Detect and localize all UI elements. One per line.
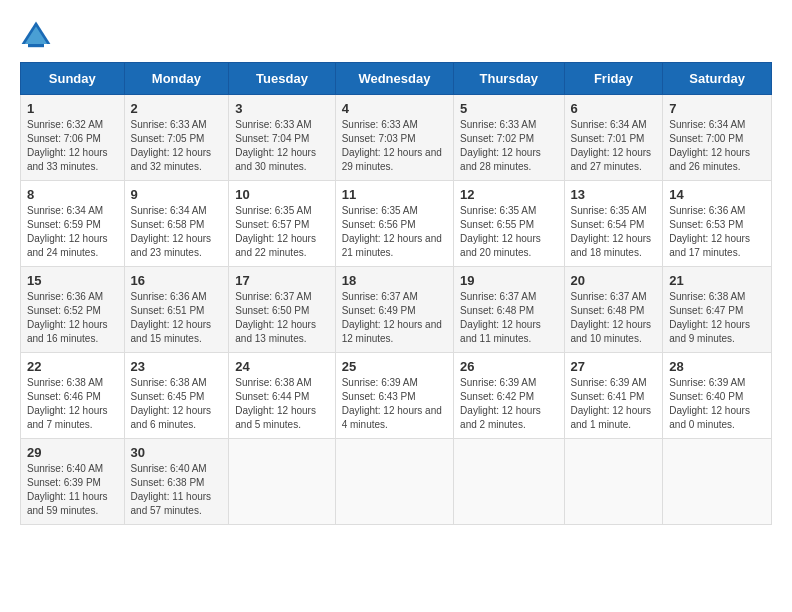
calendar-cell: 15 Sunrise: 6:36 AM Sunset: 6:52 PM Dayl… bbox=[21, 267, 125, 353]
calendar-cell: 17 Sunrise: 6:37 AM Sunset: 6:50 PM Dayl… bbox=[229, 267, 335, 353]
sunset-text: Sunset: 7:06 PM bbox=[27, 133, 101, 144]
sunrise-text: Sunrise: 6:34 AM bbox=[131, 205, 207, 216]
day-info: Sunrise: 6:38 AM Sunset: 6:44 PM Dayligh… bbox=[235, 376, 328, 432]
day-number: 23 bbox=[131, 359, 223, 374]
sunset-text: Sunset: 7:01 PM bbox=[571, 133, 645, 144]
sunset-text: Sunset: 6:49 PM bbox=[342, 305, 416, 316]
col-monday: Monday bbox=[124, 63, 229, 95]
sunrise-text: Sunrise: 6:40 AM bbox=[27, 463, 103, 474]
calendar-table: Sunday Monday Tuesday Wednesday Thursday… bbox=[20, 62, 772, 525]
sunset-text: Sunset: 6:46 PM bbox=[27, 391, 101, 402]
col-thursday: Thursday bbox=[454, 63, 564, 95]
sunset-text: Sunset: 6:50 PM bbox=[235, 305, 309, 316]
day-info: Sunrise: 6:36 AM Sunset: 6:52 PM Dayligh… bbox=[27, 290, 118, 346]
calendar-cell: 3 Sunrise: 6:33 AM Sunset: 7:04 PM Dayli… bbox=[229, 95, 335, 181]
sunset-text: Sunset: 6:47 PM bbox=[669, 305, 743, 316]
sunset-text: Sunset: 6:52 PM bbox=[27, 305, 101, 316]
day-number: 12 bbox=[460, 187, 557, 202]
daylight-text: Daylight: 12 hours and 9 minutes. bbox=[669, 319, 750, 344]
calendar-cell: 29 Sunrise: 6:40 AM Sunset: 6:39 PM Dayl… bbox=[21, 439, 125, 525]
calendar-cell: 14 Sunrise: 6:36 AM Sunset: 6:53 PM Dayl… bbox=[663, 181, 772, 267]
sunrise-text: Sunrise: 6:33 AM bbox=[131, 119, 207, 130]
sunset-text: Sunset: 6:57 PM bbox=[235, 219, 309, 230]
day-info: Sunrise: 6:34 AM Sunset: 7:00 PM Dayligh… bbox=[669, 118, 765, 174]
daylight-text: Daylight: 12 hours and 11 minutes. bbox=[460, 319, 541, 344]
calendar-cell: 6 Sunrise: 6:34 AM Sunset: 7:01 PM Dayli… bbox=[564, 95, 663, 181]
calendar-cell bbox=[663, 439, 772, 525]
day-info: Sunrise: 6:37 AM Sunset: 6:49 PM Dayligh… bbox=[342, 290, 447, 346]
daylight-text: Daylight: 12 hours and 18 minutes. bbox=[571, 233, 652, 258]
calendar-cell: 5 Sunrise: 6:33 AM Sunset: 7:02 PM Dayli… bbox=[454, 95, 564, 181]
calendar-cell bbox=[229, 439, 335, 525]
daylight-text: Daylight: 12 hours and 28 minutes. bbox=[460, 147, 541, 172]
calendar-cell: 20 Sunrise: 6:37 AM Sunset: 6:48 PM Dayl… bbox=[564, 267, 663, 353]
calendar-cell: 9 Sunrise: 6:34 AM Sunset: 6:58 PM Dayli… bbox=[124, 181, 229, 267]
sunrise-text: Sunrise: 6:36 AM bbox=[669, 205, 745, 216]
sunset-text: Sunset: 6:53 PM bbox=[669, 219, 743, 230]
day-info: Sunrise: 6:39 AM Sunset: 6:43 PM Dayligh… bbox=[342, 376, 447, 432]
calendar-row: 29 Sunrise: 6:40 AM Sunset: 6:39 PM Dayl… bbox=[21, 439, 772, 525]
daylight-text: Daylight: 12 hours and 29 minutes. bbox=[342, 147, 442, 172]
day-info: Sunrise: 6:33 AM Sunset: 7:02 PM Dayligh… bbox=[460, 118, 557, 174]
col-saturday: Saturday bbox=[663, 63, 772, 95]
day-info: Sunrise: 6:38 AM Sunset: 6:47 PM Dayligh… bbox=[669, 290, 765, 346]
calendar-cell bbox=[454, 439, 564, 525]
sunrise-text: Sunrise: 6:39 AM bbox=[342, 377, 418, 388]
daylight-text: Daylight: 11 hours and 59 minutes. bbox=[27, 491, 108, 516]
daylight-text: Daylight: 12 hours and 4 minutes. bbox=[342, 405, 442, 430]
sunrise-text: Sunrise: 6:37 AM bbox=[235, 291, 311, 302]
day-number: 10 bbox=[235, 187, 328, 202]
daylight-text: Daylight: 12 hours and 7 minutes. bbox=[27, 405, 108, 430]
calendar-cell: 13 Sunrise: 6:35 AM Sunset: 6:54 PM Dayl… bbox=[564, 181, 663, 267]
calendar-cell: 7 Sunrise: 6:34 AM Sunset: 7:00 PM Dayli… bbox=[663, 95, 772, 181]
calendar-cell: 27 Sunrise: 6:39 AM Sunset: 6:41 PM Dayl… bbox=[564, 353, 663, 439]
calendar-row: 15 Sunrise: 6:36 AM Sunset: 6:52 PM Dayl… bbox=[21, 267, 772, 353]
day-info: Sunrise: 6:40 AM Sunset: 6:38 PM Dayligh… bbox=[131, 462, 223, 518]
day-number: 4 bbox=[342, 101, 447, 116]
daylight-text: Daylight: 12 hours and 10 minutes. bbox=[571, 319, 652, 344]
sunset-text: Sunset: 7:03 PM bbox=[342, 133, 416, 144]
daylight-text: Daylight: 12 hours and 23 minutes. bbox=[131, 233, 212, 258]
calendar-cell: 30 Sunrise: 6:40 AM Sunset: 6:38 PM Dayl… bbox=[124, 439, 229, 525]
daylight-text: Daylight: 11 hours and 57 minutes. bbox=[131, 491, 212, 516]
calendar-cell: 28 Sunrise: 6:39 AM Sunset: 6:40 PM Dayl… bbox=[663, 353, 772, 439]
day-info: Sunrise: 6:35 AM Sunset: 6:57 PM Dayligh… bbox=[235, 204, 328, 260]
sunset-text: Sunset: 7:00 PM bbox=[669, 133, 743, 144]
sunset-text: Sunset: 6:54 PM bbox=[571, 219, 645, 230]
calendar-cell: 22 Sunrise: 6:38 AM Sunset: 6:46 PM Dayl… bbox=[21, 353, 125, 439]
day-number: 30 bbox=[131, 445, 223, 460]
sunrise-text: Sunrise: 6:32 AM bbox=[27, 119, 103, 130]
day-info: Sunrise: 6:37 AM Sunset: 6:48 PM Dayligh… bbox=[571, 290, 657, 346]
sunset-text: Sunset: 6:45 PM bbox=[131, 391, 205, 402]
daylight-text: Daylight: 12 hours and 20 minutes. bbox=[460, 233, 541, 258]
day-number: 5 bbox=[460, 101, 557, 116]
daylight-text: Daylight: 12 hours and 27 minutes. bbox=[571, 147, 652, 172]
sunset-text: Sunset: 6:44 PM bbox=[235, 391, 309, 402]
day-number: 17 bbox=[235, 273, 328, 288]
sunrise-text: Sunrise: 6:36 AM bbox=[131, 291, 207, 302]
sunset-text: Sunset: 7:04 PM bbox=[235, 133, 309, 144]
sunset-text: Sunset: 6:43 PM bbox=[342, 391, 416, 402]
daylight-text: Daylight: 12 hours and 30 minutes. bbox=[235, 147, 316, 172]
sunset-text: Sunset: 6:41 PM bbox=[571, 391, 645, 402]
daylight-text: Daylight: 12 hours and 33 minutes. bbox=[27, 147, 108, 172]
calendar-cell: 24 Sunrise: 6:38 AM Sunset: 6:44 PM Dayl… bbox=[229, 353, 335, 439]
day-number: 27 bbox=[571, 359, 657, 374]
calendar-cell: 11 Sunrise: 6:35 AM Sunset: 6:56 PM Dayl… bbox=[335, 181, 453, 267]
calendar-cell: 19 Sunrise: 6:37 AM Sunset: 6:48 PM Dayl… bbox=[454, 267, 564, 353]
daylight-text: Daylight: 12 hours and 17 minutes. bbox=[669, 233, 750, 258]
day-info: Sunrise: 6:35 AM Sunset: 6:54 PM Dayligh… bbox=[571, 204, 657, 260]
day-number: 6 bbox=[571, 101, 657, 116]
calendar-cell: 4 Sunrise: 6:33 AM Sunset: 7:03 PM Dayli… bbox=[335, 95, 453, 181]
day-number: 26 bbox=[460, 359, 557, 374]
sunrise-text: Sunrise: 6:34 AM bbox=[669, 119, 745, 130]
day-number: 11 bbox=[342, 187, 447, 202]
day-info: Sunrise: 6:34 AM Sunset: 6:59 PM Dayligh… bbox=[27, 204, 118, 260]
sunset-text: Sunset: 6:55 PM bbox=[460, 219, 534, 230]
daylight-text: Daylight: 12 hours and 22 minutes. bbox=[235, 233, 316, 258]
calendar-body: 1 Sunrise: 6:32 AM Sunset: 7:06 PM Dayli… bbox=[21, 95, 772, 525]
calendar-cell bbox=[564, 439, 663, 525]
day-info: Sunrise: 6:35 AM Sunset: 6:55 PM Dayligh… bbox=[460, 204, 557, 260]
daylight-text: Daylight: 12 hours and 32 minutes. bbox=[131, 147, 212, 172]
daylight-text: Daylight: 12 hours and 0 minutes. bbox=[669, 405, 750, 430]
